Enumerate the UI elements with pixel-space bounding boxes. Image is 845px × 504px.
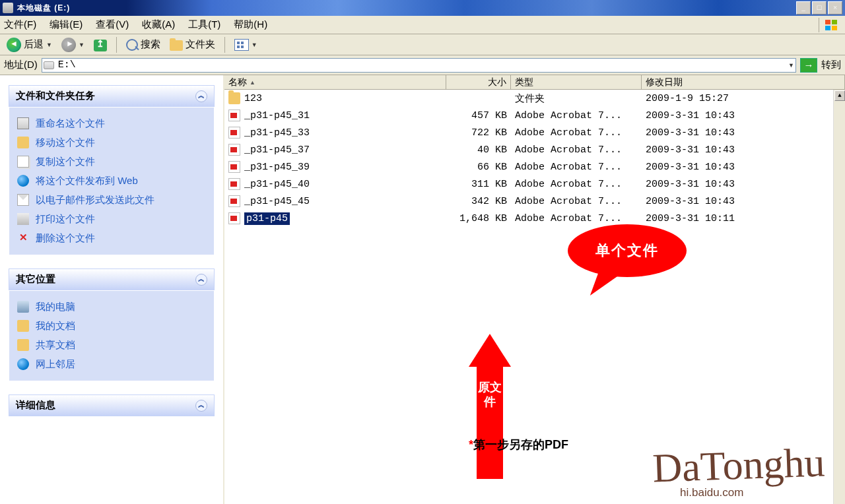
task-move[interactable]: 移动这个文件 — [17, 133, 206, 152]
web-icon — [17, 175, 29, 187]
go-button[interactable]: → — [800, 58, 817, 73]
back-label: 后退 — [24, 38, 44, 51]
views-button[interactable]: ▼ — [232, 38, 260, 52]
folders-label: 文件夹 — [186, 38, 215, 51]
file-row[interactable]: p31-p451,648 KBAdobe Acrobat 7...2009-3-… — [224, 210, 845, 227]
file-row[interactable]: _p31-p45_40311 KBAdobe Acrobat 7...2009-… — [224, 175, 845, 193]
search-button[interactable]: 搜索 — [123, 37, 163, 52]
menu-tools[interactable]: 工具(T) — [188, 18, 220, 31]
file-type: Adobe Acrobat 7... — [511, 196, 642, 207]
up-icon — [94, 40, 107, 51]
place-shared-documents[interactable]: 共享文档 — [17, 336, 206, 355]
chevron-down-icon[interactable]: ▼ — [788, 62, 794, 69]
menu-favorites[interactable]: 收藏(A) — [142, 18, 175, 31]
file-row[interactable]: _p31-p45_33722 KBAdobe Acrobat 7...2009-… — [224, 124, 845, 141]
menu-help[interactable]: 帮助(H) — [234, 18, 267, 31]
search-icon — [126, 39, 138, 51]
col-size[interactable]: 大小 — [446, 75, 511, 89]
details-header[interactable]: 详细信息 ︽ — [9, 394, 215, 416]
task-delete[interactable]: ✕删除这个文件 — [17, 229, 206, 248]
file-row[interactable]: 123文件夹2009-1-9 15:27 — [224, 90, 845, 107]
network-icon — [17, 358, 29, 370]
file-date: 2009-3-31 10:43 — [642, 162, 845, 173]
star-icon: * — [469, 438, 473, 451]
file-name: _p31-p45_31 — [244, 110, 310, 121]
scroll-up-icon[interactable]: ▲ — [834, 90, 845, 101]
task-email[interactable]: 以电子邮件形式发送此文件 — [17, 191, 206, 210]
file-name: _p31-p45_37 — [244, 144, 310, 156]
tasks-header[interactable]: 文件和文件夹任务 ︽ — [9, 85, 215, 107]
place-my-documents[interactable]: 我的文档 — [17, 317, 206, 336]
file-row[interactable]: _p31-p45_3740 KBAdobe Acrobat 7...2009-3… — [224, 141, 845, 158]
menubar: 文件(F) 编辑(E) 查看(V) 收藏(A) 工具(T) 帮助(H) — [0, 16, 845, 34]
back-icon — [7, 38, 21, 52]
pdf-icon — [228, 161, 240, 173]
annotation-bubble: 单个文件 — [568, 224, 700, 290]
sort-indicator-icon: ▲ — [250, 79, 255, 86]
maximize-button[interactable]: □ — [812, 1, 827, 15]
menu-edit[interactable]: 编辑(E) — [50, 18, 83, 31]
minimize-button[interactable]: _ — [796, 1, 811, 15]
window-controls: _ □ × — [796, 1, 842, 15]
place-network[interactable]: 网上邻居 — [17, 355, 206, 374]
file-row[interactable]: _p31-p45_3966 KBAdobe Acrobat 7...2009-3… — [224, 158, 845, 175]
file-row[interactable]: _p31-p45_45342 KBAdobe Acrobat 7...2009-… — [224, 193, 845, 210]
windows-logo — [819, 18, 842, 32]
move-icon — [17, 137, 29, 148]
task-publish-web[interactable]: 将这个文件发布到 Web — [17, 172, 206, 191]
list-header: 名称▲ 大小 类型 修改日期 — [224, 75, 845, 90]
address-input-wrap[interactable]: ▼ — [42, 58, 796, 73]
computer-icon — [17, 301, 29, 313]
task-print[interactable]: 打印这个文件 — [17, 210, 206, 229]
places-body: 我的电脑 我的文档 共享文档 网上邻居 — [9, 290, 215, 381]
annotation-arrow-text: 原文件 — [477, 380, 503, 409]
col-type[interactable]: 类型 — [511, 75, 642, 89]
views-icon — [234, 39, 249, 51]
go-label[interactable]: 转到 — [821, 59, 841, 71]
file-date: 2009-1-9 15:27 — [642, 93, 845, 104]
annotation-arrow: 原文件 — [469, 334, 511, 479]
file-name: _p31-p45_33 — [244, 127, 310, 139]
file-date: 2009-3-31 10:43 — [642, 110, 845, 121]
menu-view[interactable]: 查看(V) — [96, 18, 129, 31]
file-type: 文件夹 — [511, 92, 642, 105]
file-type: Adobe Acrobat 7... — [511, 127, 642, 139]
place-my-computer[interactable]: 我的电脑 — [17, 298, 206, 317]
folder-icon — [170, 40, 183, 51]
file-row[interactable]: _p31-p45_31457 KBAdobe Acrobat 7...2009-… — [224, 107, 845, 124]
titlebar: 本地磁盘 (E:) _ □ × — [0, 0, 845, 16]
address-input[interactable] — [58, 59, 784, 71]
task-label: 删除这个文件 — [36, 232, 95, 245]
place-label: 共享文档 — [36, 339, 75, 352]
bubble-tail-icon — [590, 273, 622, 296]
place-label: 网上邻居 — [36, 358, 75, 371]
tasks-body: 重命名这个文件 移动这个文件 复制这个文件 将这个文件发布到 Web 以电子邮件… — [9, 107, 215, 255]
annotation-bubble-text: 单个文件 — [568, 224, 687, 277]
scrollbar[interactable]: ▲ — [833, 90, 845, 504]
places-header[interactable]: 其它位置 ︽ — [9, 268, 215, 290]
close-button[interactable]: × — [828, 1, 842, 15]
file-name: _p31-p45_39 — [244, 162, 310, 173]
search-label: 搜索 — [141, 38, 160, 51]
task-copy[interactable]: 复制这个文件 — [17, 152, 206, 172]
places-title: 其它位置 — [16, 273, 55, 286]
task-label: 以电子邮件形式发送此文件 — [36, 194, 154, 206]
sidebar: 文件和文件夹任务 ︽ 重命名这个文件 移动这个文件 复制这个文件 将这个文件发布… — [0, 75, 223, 504]
file-rows: 123文件夹2009-1-9 15:27_p31-p45_31457 KBAdo… — [224, 90, 845, 227]
details-title: 详细信息 — [16, 399, 55, 412]
back-button[interactable]: 后退 ▼ — [4, 36, 55, 53]
folders-button[interactable]: 文件夹 — [167, 37, 218, 52]
file-date: 2009-3-31 10:43 — [642, 144, 845, 156]
chevron-up-icon: ︽ — [195, 400, 207, 412]
file-size: 66 KB — [446, 162, 511, 173]
file-name: p31-p45 — [244, 212, 290, 225]
forward-button[interactable]: ▼ — [59, 36, 87, 53]
col-date[interactable]: 修改日期 — [642, 75, 845, 89]
file-type: Adobe Acrobat 7... — [511, 179, 642, 190]
up-button[interactable] — [91, 37, 110, 53]
chevron-down-icon: ▼ — [252, 42, 257, 48]
col-name[interactable]: 名称▲ — [224, 75, 446, 89]
menu-file[interactable]: 文件(F) — [4, 18, 36, 31]
task-rename[interactable]: 重命名这个文件 — [17, 114, 206, 133]
rename-icon — [17, 117, 29, 129]
